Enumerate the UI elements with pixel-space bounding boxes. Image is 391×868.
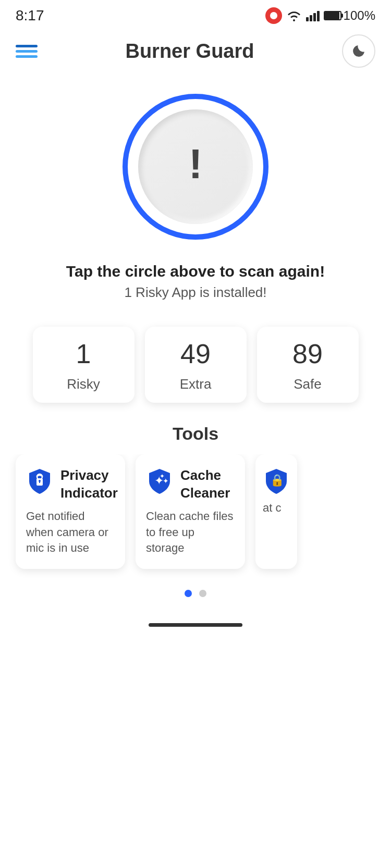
signal-icon bbox=[306, 10, 320, 21]
privacy-indicator-title: Privacy Indicator bbox=[60, 467, 118, 502]
scan-circle-button[interactable]: ! bbox=[123, 94, 268, 240]
battery-indicator: 100% bbox=[324, 8, 375, 23]
scan-section: ! bbox=[0, 78, 391, 250]
scan-circle-inner: ! bbox=[138, 109, 253, 224]
privacy-indicator-icon bbox=[26, 467, 53, 494]
cache-cleaner-icon: ✦ ✦ ✦ bbox=[146, 467, 173, 494]
stat-number-extra: 49 bbox=[180, 339, 211, 369]
cache-cleaner-title: Cache Cleaner bbox=[180, 467, 235, 502]
stat-label-extra: Extra bbox=[180, 376, 212, 392]
scan-main-text: Tap the circle above to scan again! bbox=[10, 263, 381, 280]
status-icons: 100% bbox=[265, 7, 375, 24]
svg-text:🔒: 🔒 bbox=[270, 473, 285, 487]
battery-text: 100% bbox=[344, 8, 375, 23]
pagination-dot-2[interactable] bbox=[199, 590, 206, 597]
top-nav: Burner Guard bbox=[0, 29, 391, 78]
stat-card-safe[interactable]: 89 Safe bbox=[257, 327, 359, 403]
home-indicator bbox=[149, 623, 242, 627]
tools-cards-container: Privacy Indicator Get notified when came… bbox=[0, 454, 391, 579]
theme-toggle-button[interactable] bbox=[342, 34, 375, 68]
privacy-indicator-description: Get notified when camera or mic is in us… bbox=[26, 509, 115, 556]
stat-number-safe: 89 bbox=[292, 339, 323, 369]
stat-label-risky: Risky bbox=[67, 376, 100, 392]
tool-card-partial: 🔒 at c bbox=[255, 454, 297, 569]
stats-section: 1 Risky 49 Extra 89 Safe bbox=[0, 306, 391, 408]
svg-text:✦: ✦ bbox=[163, 477, 169, 485]
stat-card-extra[interactable]: 49 Extra bbox=[145, 327, 247, 403]
tool-card-cache-cleaner[interactable]: ✦ ✦ ✦ Cache Cleaner Clean cache files to… bbox=[136, 454, 245, 569]
wifi-icon bbox=[286, 10, 302, 21]
status-time: 8:17 bbox=[16, 7, 44, 24]
cache-cleaner-description: Clean cache files to free up storage bbox=[146, 509, 235, 556]
app-title: Burner Guard bbox=[125, 40, 254, 63]
scan-exclamation: ! bbox=[189, 143, 203, 185]
stat-card-risky[interactable]: 1 Risky bbox=[33, 327, 135, 403]
scan-sub-text: 1 Risky App is installed! bbox=[10, 284, 381, 301]
status-bar: 8:17 100% bbox=[0, 0, 391, 29]
scan-text-section: Tap the circle above to scan again! 1 Ri… bbox=[0, 250, 391, 306]
moon-icon bbox=[350, 43, 367, 59]
stat-number-risky: 1 bbox=[76, 339, 91, 369]
pagination-dots bbox=[0, 579, 391, 613]
partial-tool-text: at c bbox=[263, 500, 297, 516]
bottom-bar bbox=[0, 613, 391, 642]
svg-rect-4 bbox=[39, 481, 40, 483]
menu-button[interactable] bbox=[16, 45, 38, 58]
tool-card-privacy-indicator[interactable]: Privacy Indicator Get notified when came… bbox=[16, 454, 125, 569]
tools-header: Tools bbox=[0, 408, 391, 454]
record-icon bbox=[265, 7, 282, 24]
pagination-dot-1[interactable] bbox=[185, 590, 192, 597]
partial-tool-icon: 🔒 bbox=[263, 467, 290, 494]
stat-label-safe: Safe bbox=[294, 376, 322, 392]
